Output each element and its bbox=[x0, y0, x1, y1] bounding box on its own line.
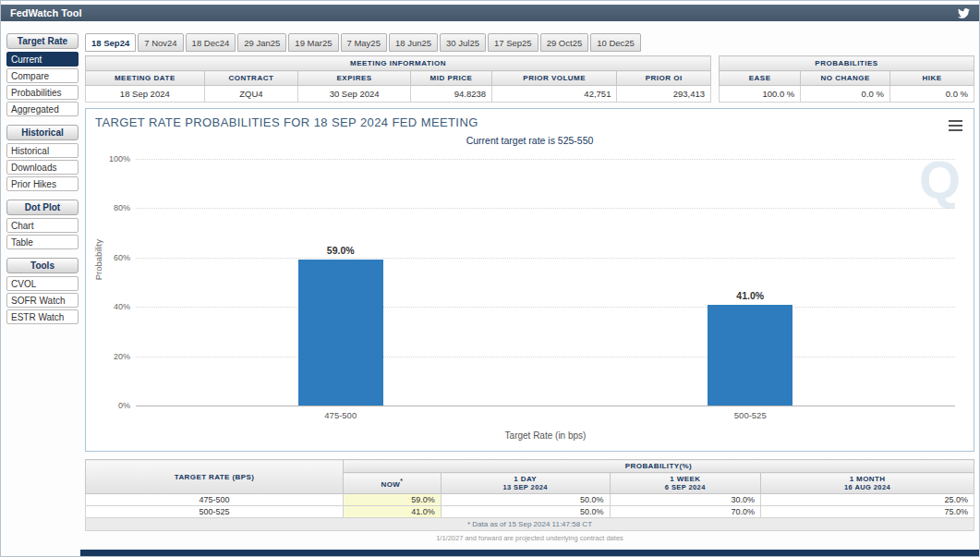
main-panel: 18 Sep24 7 Nov24 18 Dec24 29 Jan25 19 Ma… bbox=[85, 33, 974, 556]
meeting-date-value: 18 Sep 2024 bbox=[86, 86, 205, 103]
tab-18-jun25[interactable]: 18 Jun25 bbox=[389, 33, 438, 52]
title-bar: FedWatch Tool bbox=[1, 5, 979, 21]
one-month-date: 16 AUG 2024 bbox=[765, 483, 970, 491]
meeting-date-tabs: 18 Sep24 7 Nov24 18 Dec24 29 Jan25 19 Ma… bbox=[85, 33, 974, 52]
col-hike: HIKE bbox=[889, 71, 974, 86]
sidebar-item-current[interactable]: Current bbox=[6, 52, 79, 67]
prior-oi-value: 293,413 bbox=[617, 86, 711, 103]
sidebar-header-tools: Tools bbox=[6, 258, 79, 273]
now-asterisk: * bbox=[400, 478, 403, 484]
one-week-label: 1 WEEK bbox=[670, 475, 700, 483]
expires-value: 30 Sep 2024 bbox=[298, 86, 411, 103]
col-mid-price: MID PRICE bbox=[411, 71, 492, 86]
sidebar-section-historical: Historical Historical Downloads Prior Hi… bbox=[6, 125, 79, 191]
probability-pct-header: PROBABILITY(%) bbox=[343, 460, 974, 473]
bar-500-525[interactable]: 41.0% bbox=[708, 305, 792, 406]
col-contract: CONTRACT bbox=[204, 71, 298, 86]
sidebar: Target Rate Current Compare Probabilitie… bbox=[6, 33, 79, 556]
tab-29-jan25[interactable]: 29 Jan25 bbox=[237, 33, 286, 52]
chart-menu-icon[interactable] bbox=[949, 117, 962, 134]
sidebar-item-downloads[interactable]: Downloads bbox=[6, 160, 79, 175]
rate-500-525: 500-525 bbox=[86, 506, 344, 518]
one-month-label: 1 MONTH bbox=[850, 475, 886, 483]
plot-area: 0%20%40%60%80%100%59.0%475-50041.0%500-5… bbox=[136, 159, 955, 406]
one-day-label: 1 DAY bbox=[514, 475, 537, 483]
probability-history-table: TARGET RATE (BPS) PROBABILITY(%) NOW* 1 … bbox=[85, 459, 974, 531]
gridline bbox=[136, 159, 955, 160]
tab-7-may25[interactable]: 7 May25 bbox=[341, 33, 387, 52]
tab-29-oct25[interactable]: 29 Oct25 bbox=[540, 33, 589, 52]
sidebar-item-sofr-watch[interactable]: SOFR Watch bbox=[6, 293, 79, 308]
tab-18-dec24[interactable]: 18 Dec24 bbox=[186, 33, 236, 52]
sidebar-item-compare[interactable]: Compare bbox=[6, 68, 79, 83]
y-tick-label: 100% bbox=[109, 154, 130, 163]
one-week-500-525: 70.0% bbox=[610, 506, 761, 518]
rate-475-500: 475-500 bbox=[86, 494, 344, 506]
one-day-500-525: 50.0% bbox=[441, 506, 610, 518]
one-month-500-525: 75.0% bbox=[761, 506, 974, 518]
bar-475-500[interactable]: 59.0% bbox=[298, 260, 383, 406]
app-title: FedWatch Tool bbox=[10, 7, 82, 18]
mid-price-value: 94.8238 bbox=[411, 86, 492, 103]
target-rate-bps-header: TARGET RATE (BPS) bbox=[86, 460, 344, 494]
now-500-525: 41.0% bbox=[343, 506, 441, 518]
bar-value-label: 41.0% bbox=[708, 290, 792, 301]
col-ease: EASE bbox=[720, 71, 801, 86]
twitter-icon[interactable] bbox=[958, 7, 970, 19]
sidebar-item-probabilities[interactable]: Probabilities bbox=[6, 85, 79, 100]
x-tick-label: 475-500 bbox=[324, 410, 357, 420]
target-rate-probabilities-chart: TARGET RATE PROBABILITIES FOR 18 SEP 202… bbox=[85, 108, 974, 452]
meeting-information-title: MEETING INFORMATION bbox=[86, 56, 711, 71]
sidebar-item-historical[interactable]: Historical bbox=[6, 143, 79, 158]
info-row: MEETING INFORMATION MEETING DATE CONTRAC… bbox=[85, 55, 974, 103]
sidebar-item-aggregated[interactable]: Aggregated bbox=[6, 102, 79, 116]
y-axis-title: Probability bbox=[93, 239, 103, 280]
meeting-information-table: MEETING INFORMATION MEETING DATE CONTRAC… bbox=[85, 55, 711, 103]
tab-7-nov24[interactable]: 7 Nov24 bbox=[138, 33, 183, 52]
bar-value-label: 59.0% bbox=[298, 245, 383, 256]
sidebar-item-cvol[interactable]: CVOL bbox=[6, 276, 79, 291]
sidebar-header-historical: Historical bbox=[6, 125, 79, 140]
one-week-date: 6 SEP 2024 bbox=[614, 483, 757, 491]
sidebar-item-estr-watch[interactable]: ESTR Watch bbox=[6, 309, 79, 324]
chart-subtitle: Current target rate is 525-550 bbox=[86, 135, 974, 146]
col-1-day: 1 DAY 13 SEP 2024 bbox=[441, 473, 610, 494]
prior-volume-value: 42,751 bbox=[492, 86, 617, 103]
col-expires: EXPIRES bbox=[298, 71, 411, 86]
sidebar-item-table[interactable]: Table bbox=[6, 235, 79, 249]
fedwatch-tool-window: FedWatch Tool Target Rate Current Compar… bbox=[0, 0, 980, 557]
probabilities-title: PROBABILITIES bbox=[720, 56, 974, 71]
y-tick-label: 0% bbox=[118, 401, 130, 410]
ease-value: 100.0 % bbox=[720, 86, 801, 103]
footer-bar bbox=[80, 550, 979, 556]
tab-17-sep25[interactable]: 17 Sep25 bbox=[488, 33, 538, 52]
tab-18-sep24[interactable]: 18 Sep24 bbox=[85, 33, 136, 52]
tab-19-mar25[interactable]: 19 Mar25 bbox=[288, 33, 338, 52]
gridline bbox=[136, 208, 955, 209]
col-1-month: 1 MONTH 16 AUG 2024 bbox=[761, 473, 974, 494]
y-tick-label: 80% bbox=[114, 203, 130, 212]
col-1-week: 1 WEEK 6 SEP 2024 bbox=[610, 473, 761, 494]
table-row: 500-525 41.0% 50.0% 70.0% 75.0% bbox=[86, 506, 974, 518]
one-week-475-500: 30.0% bbox=[610, 494, 761, 506]
sidebar-item-prior-hikes[interactable]: Prior Hikes bbox=[6, 176, 79, 191]
y-tick-label: 40% bbox=[114, 302, 130, 311]
sidebar-section-dot-plot: Dot Plot Chart Table bbox=[6, 200, 79, 249]
col-meeting-date: MEETING DATE bbox=[86, 71, 205, 86]
one-month-475-500: 25.0% bbox=[761, 494, 974, 506]
sidebar-section-tools: Tools CVOL SOFR Watch ESTR Watch bbox=[6, 258, 79, 324]
sidebar-item-chart[interactable]: Chart bbox=[6, 218, 79, 233]
col-prior-oi: PRIOR OI bbox=[617, 71, 711, 86]
hike-value: 0.0 % bbox=[889, 86, 974, 103]
no-change-value: 0.0 % bbox=[801, 86, 890, 103]
contract-value: ZQU4 bbox=[204, 86, 298, 103]
tab-10-dec25[interactable]: 10 Dec25 bbox=[590, 33, 641, 52]
sidebar-header-target-rate: Target Rate bbox=[6, 33, 79, 49]
tab-30-jul25[interactable]: 30 Jul25 bbox=[440, 33, 486, 52]
sidebar-header-dot-plot: Dot Plot bbox=[6, 200, 79, 215]
projection-note: 1/1/2027 and forward are projected under… bbox=[85, 534, 974, 542]
data-as-of-note: * Data as of 15 Sep 2024 11:47:58 CT bbox=[86, 518, 974, 531]
sidebar-section-target-rate: Target Rate Current Compare Probabilitie… bbox=[6, 33, 79, 116]
probabilities-summary-table: PROBABILITIES EASE NO CHANGE HIKE 100.0 … bbox=[719, 55, 974, 103]
col-no-change: NO CHANGE bbox=[801, 71, 890, 86]
